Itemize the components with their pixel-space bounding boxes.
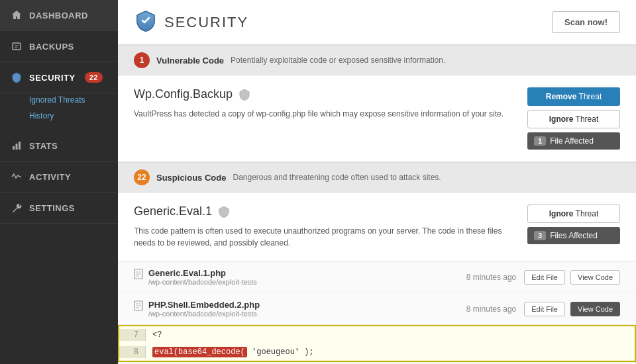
sidebar-label-backups: Backups [29, 42, 74, 52]
file-time-2: 8 minutes ago [466, 304, 516, 314]
threat-card-generic-eval: Generic.Eval.1 This code pattern is ofte… [118, 193, 636, 261]
view-code-button-2[interactable]: View Code [570, 302, 620, 316]
wrench-icon [11, 202, 23, 214]
sidebar: Dashboard Backups Security 22 Ignored Th… [0, 0, 118, 364]
backup-icon [11, 40, 23, 52]
code-line-8: 8 eval(base64_decode( 'goeugeou' ); [119, 343, 635, 361]
sidebar-item-settings[interactable]: Settings [0, 193, 118, 224]
security-shield-icon [134, 9, 158, 35]
svg-rect-0 [13, 43, 21, 50]
ignore-threat-button-2[interactable]: Ignore Threat [527, 205, 620, 223]
suspicious-badge: 22 [134, 169, 150, 185]
files-affected-button-2[interactable]: 3 Files Affected [527, 227, 620, 244]
view-code-button-1[interactable]: View Code [570, 270, 620, 285]
sidebar-item-security[interactable]: Security 22 [0, 62, 118, 93]
page-header-left: SECURITY [134, 9, 248, 35]
security-badge: 22 [85, 72, 103, 83]
file-row-1: Generic.Eval.1.php /wp-content/badcode/e… [118, 261, 636, 293]
line-content-7: <? [152, 329, 162, 341]
threat-actions-wp-config: Remove Threat Ignore Threat 1 File Affec… [527, 87, 620, 150]
file-icon-2 [134, 300, 143, 313]
home-icon [11, 9, 23, 21]
edit-file-button-2[interactable]: Edit File [524, 302, 565, 316]
sidebar-item-dashboard[interactable]: Dashboard [0, 0, 118, 31]
sidebar-item-backups[interactable]: Backups [0, 31, 118, 62]
threat-desc-wp-config: VaultPress has detected a copy of wp-con… [134, 108, 514, 120]
line-content-8: eval(base64_decode( 'goeugeou' ); [152, 346, 314, 358]
main-content: SECURITY Scan now! 1 Vulnerable Code Pot… [118, 0, 636, 364]
sidebar-label-activity: Activity [29, 172, 71, 182]
line-num-8: 8 [119, 346, 146, 358]
scan-now-button[interactable]: Scan now! [552, 11, 620, 33]
section-header-vulnerable: 1 Vulnerable Code Potentially exploitabl… [118, 45, 636, 75]
page-title: SECURITY [164, 14, 248, 31]
history-link[interactable]: History [29, 109, 107, 122]
threat-name-generic-eval: Generic.Eval.1 [134, 205, 514, 218]
sidebar-label-stats: Stats [29, 141, 58, 151]
activity-icon [11, 171, 23, 183]
section-desc-vulnerable: Potentially exploitable code or exposed … [231, 56, 445, 65]
svg-rect-1 [13, 146, 15, 150]
shield-icon [11, 71, 23, 83]
remove-threat-button[interactable]: Remove Threat [527, 87, 620, 106]
section-desc-suspicious: Dangerous and threatening code often use… [233, 173, 441, 182]
sidebar-item-stats[interactable]: Stats [0, 130, 118, 161]
line-num-7: 7 [119, 329, 146, 341]
file-info-2: PHP.Shell.Embedded.2.php /wp-content/bad… [134, 300, 260, 318]
file-name-1: Generic.Eval.1.php [148, 268, 257, 278]
file-icon-1 [134, 269, 143, 281]
file-path-1: /wp-content/badcode/exploit-tests [148, 278, 257, 286]
section-title-suspicious: Suspicious Code [156, 173, 226, 183]
chart-icon [11, 140, 23, 152]
sidebar-label-dashboard: Dashboard [29, 11, 88, 21]
ignored-threats-link[interactable]: Ignored Threats [29, 93, 107, 107]
svg-rect-2 [16, 144, 18, 150]
files-affected-button-1[interactable]: 1 File Affected [527, 132, 620, 150]
sidebar-label-security: Security [29, 73, 76, 83]
threat-shield-icon-2 [217, 205, 231, 218]
file-right-2: 8 minutes ago Edit File View Code [466, 302, 620, 316]
edit-file-button-1[interactable]: Edit File [524, 270, 565, 285]
svg-rect-3 [19, 142, 21, 150]
threat-desc-generic-eval: This code pattern is often used to execu… [134, 225, 514, 249]
file-info-1: Generic.Eval.1.php /wp-content/badcode/e… [134, 268, 257, 286]
threat-actions-generic-eval: Ignore Threat 3 Files Affected [527, 205, 620, 244]
code-highlight: eval(base64_decode( [152, 347, 247, 357]
ignore-threat-button-1[interactable]: Ignore Threat [527, 110, 620, 128]
section-header-suspicious: 22 Suspicious Code Dangerous and threate… [118, 162, 636, 193]
threat-shield-icon [238, 88, 251, 101]
file-name-2: PHP.Shell.Embedded.2.php [148, 300, 260, 310]
vulnerable-badge: 1 [134, 52, 150, 68]
threat-card-wp-config: Wp.Config.Backup VaultPress has detected… [118, 75, 636, 162]
sidebar-sub-security: Ignored Threats History [0, 93, 118, 130]
file-right-1: 8 minutes ago Edit File View Code [466, 270, 620, 285]
threat-info-wp-config: Wp.Config.Backup VaultPress has detected… [134, 87, 527, 120]
threat-name-wp-config: Wp.Config.Backup [134, 87, 514, 101]
threat-info-generic-eval: Generic.Eval.1 This code pattern is ofte… [134, 205, 527, 249]
code-line-7: 7 <? [119, 326, 635, 343]
file-time-1: 8 minutes ago [466, 273, 516, 282]
section-title-vulnerable: Vulnerable Code [156, 56, 224, 66]
file-path-2: /wp-content/badcode/exploit-tests [148, 310, 260, 318]
sidebar-item-activity[interactable]: Activity [0, 161, 118, 193]
sidebar-label-settings: Settings [29, 203, 75, 213]
code-preview: 7 <? 8 eval(base64_decode( 'goeugeou' ); [118, 325, 636, 362]
file-row-2: PHP.Shell.Embedded.2.php /wp-content/bad… [118, 293, 636, 325]
page-header: SECURITY Scan now! [118, 0, 636, 45]
